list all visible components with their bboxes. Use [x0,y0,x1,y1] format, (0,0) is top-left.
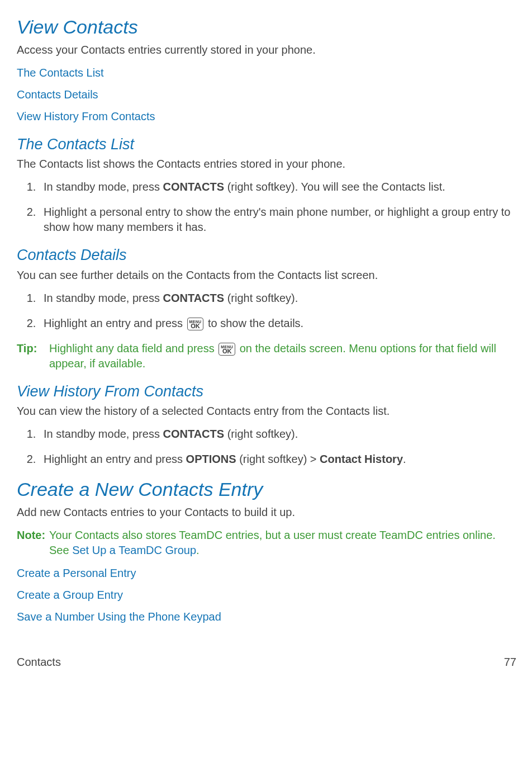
list-item: Highlight a personal entry to show the e… [39,205,516,235]
step-text: (right softkey) > [236,453,320,465]
desc-contacts-list: The Contacts list shows the Contacts ent… [17,157,516,172]
desc-contacts-details: You can see further details on the Conta… [17,268,516,283]
desc-view-history: You can view the history of a selected C… [17,404,516,419]
footer-page-number: 77 [504,655,516,670]
step-bold: OPTIONS [186,453,236,465]
tip-label: Tip: [17,341,49,371]
menu-ok-icon: MENUOK [187,318,204,331]
heading-view-contacts: View Contacts [17,15,516,40]
list-item: Highlight an entry and press MENUOK to s… [39,316,516,331]
step-bold: CONTACTS [163,428,224,440]
menu-ok-icon: MENUOK [218,343,235,356]
list-item: In standby mode, press CONTACTS (right s… [39,427,516,442]
step-text: to show the details. [205,317,303,329]
list-item: In standby mode, press CONTACTS (right s… [39,291,516,306]
link-view-history[interactable]: View History From Contacts [17,110,155,122]
tip-text: Highlight any data field and press MENUO… [49,341,516,371]
heading-contacts-details: Contacts Details [17,245,516,265]
heading-contacts-list: The Contacts List [17,134,516,154]
desc-create-entry: Add new Contacts entries to your Contact… [17,505,516,520]
step-bold: CONTACTS [163,181,224,193]
step-text: (right softkey). [224,292,298,304]
step-text: In standby mode, press [44,428,163,440]
heading-create-entry: Create a New Contacts Entry [17,477,516,503]
note-label: Note: [17,528,49,558]
link-contacts-list[interactable]: The Contacts List [17,67,104,79]
step-bold: Contact History [320,453,403,465]
step-text: (right softkey). [224,428,298,440]
link-create-personal[interactable]: Create a Personal Entry [17,567,136,579]
step-text: In standby mode, press [44,292,163,304]
step-text: Highlight an entry and press [44,317,186,329]
desc-view-contacts: Access your Contacts entries currently s… [17,42,516,58]
heading-view-history: View History From Contacts [17,381,516,401]
step-text: Highlight an entry and press [44,453,186,465]
note-text: Your Contacts also stores TeamDC entries… [49,528,516,558]
link-create-group[interactable]: Create a Group Entry [17,589,123,601]
link-contacts-details[interactable]: Contacts Details [17,88,98,101]
link-setup-teamdc[interactable]: Set Up a TeamDC Group [72,544,196,556]
step-text: (right softkey). You will see the Contac… [224,181,445,193]
step-text: In standby mode, press [44,181,163,193]
footer-section: Contacts [17,655,320,670]
step-bold: CONTACTS [163,292,224,304]
list-item: Highlight an entry and press OPTIONS (ri… [39,452,516,467]
link-save-number[interactable]: Save a Number Using the Phone Keypad [17,611,221,623]
list-item: In standby mode, press CONTACTS (right s… [39,179,516,195]
step-text: . [403,453,406,465]
